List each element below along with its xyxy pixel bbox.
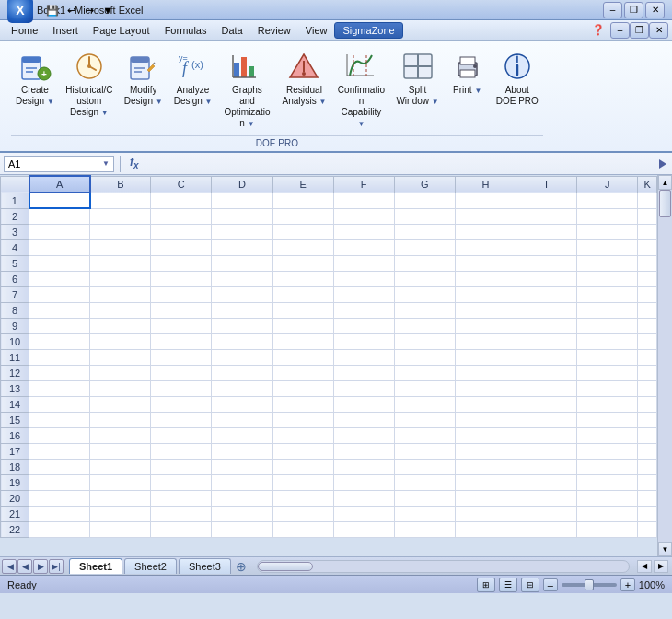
cell-J8[interactable]	[577, 302, 638, 318]
sheet-last-btn[interactable]: ▶|	[49, 559, 64, 574]
cell-E9[interactable]	[272, 318, 333, 333]
graphs-optimization-button[interactable]: Graphs andOptimization ▼	[218, 46, 275, 132]
cell-G3[interactable]	[394, 224, 455, 239]
cell-G1[interactable]	[394, 193, 455, 208]
cell-H9[interactable]	[455, 318, 516, 333]
cell-F16[interactable]	[333, 427, 394, 443]
cell-G4[interactable]	[394, 239, 455, 255]
confirmation-capability-button[interactable]: ConfirmationCapability ▼	[332, 46, 389, 132]
cell-D18[interactable]	[212, 459, 272, 474]
zoom-slider[interactable]	[562, 583, 617, 587]
cell-C2[interactable]	[151, 208, 212, 224]
cell-G16[interactable]	[394, 427, 455, 443]
cell-C18[interactable]	[151, 459, 212, 474]
cell-K18[interactable]	[638, 459, 657, 474]
ribbon-close-btn[interactable]: ✕	[649, 22, 668, 39]
cell-D11[interactable]	[212, 349, 272, 365]
cell-B21[interactable]	[90, 506, 151, 521]
cell-E4[interactable]	[272, 239, 333, 255]
cell-A19[interactable]	[29, 474, 90, 490]
cell-K10[interactable]	[638, 333, 657, 349]
sheet-prev-btn[interactable]: ◀	[17, 559, 32, 574]
cell-A8[interactable]	[29, 302, 90, 318]
cell-A16[interactable]	[29, 427, 90, 443]
analyze-design-button[interactable]: f (x) y= AnalyzeDesign ▼	[169, 46, 217, 110]
cell-H16[interactable]	[455, 427, 516, 443]
cell-E14[interactable]	[272, 396, 333, 412]
row-header-16[interactable]: 16	[1, 427, 29, 443]
cell-G2[interactable]	[394, 208, 455, 224]
cell-J16[interactable]	[577, 427, 638, 443]
cell-F4[interactable]	[333, 239, 394, 255]
cell-D10[interactable]	[212, 333, 272, 349]
col-header-i[interactable]: I	[516, 176, 577, 193]
cell-G11[interactable]	[394, 349, 455, 365]
cell-I13[interactable]	[516, 380, 577, 396]
cell-J2[interactable]	[577, 208, 638, 224]
cell-I17[interactable]	[516, 443, 577, 459]
cell-G9[interactable]	[394, 318, 455, 333]
cell-B15[interactable]	[90, 412, 151, 427]
menu-page-layout[interactable]: Page Layout	[86, 23, 157, 38]
cell-H15[interactable]	[455, 412, 516, 427]
cell-D1[interactable]	[212, 193, 272, 208]
cell-G8[interactable]	[394, 302, 455, 318]
zoom-minus-btn[interactable]: –	[543, 578, 558, 591]
cell-I10[interactable]	[516, 333, 577, 349]
cell-A21[interactable]	[29, 506, 90, 521]
row-header-13[interactable]: 13	[1, 380, 29, 396]
customize-quick-btn[interactable]: ▼	[99, 2, 116, 18]
cell-C1[interactable]	[151, 193, 212, 208]
cell-C20[interactable]	[151, 490, 212, 506]
cell-K9[interactable]	[638, 318, 657, 333]
cell-C7[interactable]	[151, 286, 212, 302]
cell-J6[interactable]	[577, 271, 638, 286]
row-header-12[interactable]: 12	[1, 365, 29, 380]
zoom-thumb[interactable]	[585, 579, 594, 590]
cell-D21[interactable]	[212, 506, 272, 521]
cell-D5[interactable]	[212, 255, 272, 271]
cell-B7[interactable]	[90, 286, 151, 302]
cell-D14[interactable]	[212, 396, 272, 412]
cell-D4[interactable]	[212, 239, 272, 255]
cell-J1[interactable]	[577, 193, 638, 208]
cell-J14[interactable]	[577, 396, 638, 412]
row-header-17[interactable]: 17	[1, 443, 29, 459]
cell-G12[interactable]	[394, 365, 455, 380]
cell-H21[interactable]	[455, 506, 516, 521]
cell-K15[interactable]	[638, 412, 657, 427]
cell-A11[interactable]	[29, 349, 90, 365]
cell-G5[interactable]	[394, 255, 455, 271]
sheet-tab-sheet3[interactable]: Sheet3	[179, 558, 231, 574]
cell-H7[interactable]	[455, 286, 516, 302]
cell-F5[interactable]	[333, 255, 394, 271]
cell-J17[interactable]	[577, 443, 638, 459]
cell-I14[interactable]	[516, 396, 577, 412]
cell-I1[interactable]	[516, 193, 577, 208]
cell-I20[interactable]	[516, 490, 577, 506]
cell-H10[interactable]	[455, 333, 516, 349]
cell-F6[interactable]	[333, 271, 394, 286]
cell-B16[interactable]	[90, 427, 151, 443]
cell-J4[interactable]	[577, 239, 638, 255]
row-header-6[interactable]: 6	[1, 271, 29, 286]
cell-H11[interactable]	[455, 349, 516, 365]
row-header-3[interactable]: 3	[1, 224, 29, 239]
cell-K14[interactable]	[638, 396, 657, 412]
cell-B10[interactable]	[90, 333, 151, 349]
cell-C22[interactable]	[151, 521, 212, 537]
help-btn[interactable]: ❓	[590, 22, 607, 39]
horizontal-scrollbar[interactable]	[257, 560, 630, 573]
cell-B12[interactable]	[90, 365, 151, 380]
cell-C4[interactable]	[151, 239, 212, 255]
cell-J18[interactable]	[577, 459, 638, 474]
cell-K5[interactable]	[638, 255, 657, 271]
cell-G17[interactable]	[394, 443, 455, 459]
cell-K2[interactable]	[638, 208, 657, 224]
cell-K6[interactable]	[638, 271, 657, 286]
historical-custom-design-button[interactable]: Historical/CustomDesign ▼	[61, 46, 118, 121]
name-box[interactable]: A1 ▼	[4, 156, 114, 172]
cell-E18[interactable]	[272, 459, 333, 474]
cell-F11[interactable]	[333, 349, 394, 365]
cell-F19[interactable]	[333, 474, 394, 490]
